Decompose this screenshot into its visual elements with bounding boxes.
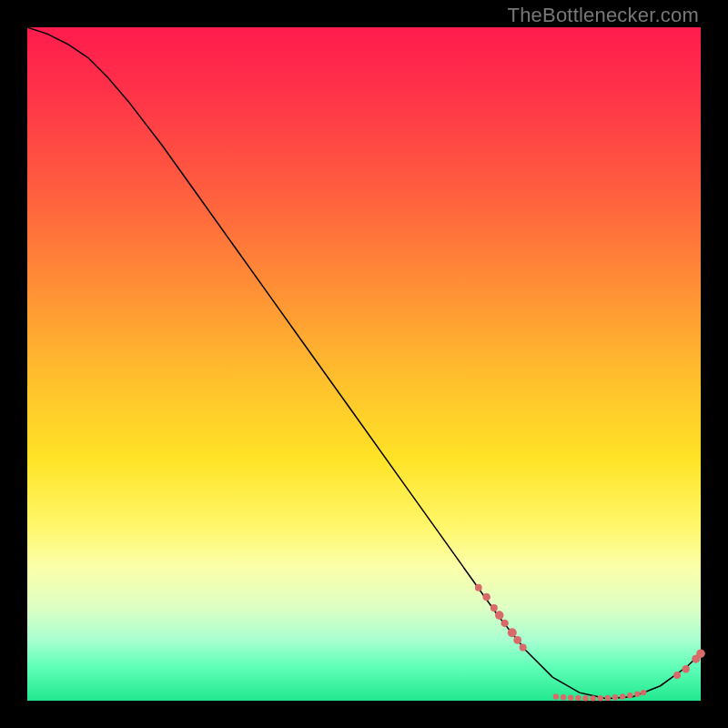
data-point (575, 695, 581, 701)
data-point (673, 672, 681, 679)
data-point (598, 695, 603, 701)
data-point (561, 694, 566, 700)
data-point (520, 644, 527, 652)
chart-overlay (27, 27, 701, 701)
data-point (605, 695, 611, 701)
data-point (568, 694, 573, 700)
data-point (696, 649, 705, 658)
data-point (634, 692, 640, 697)
data-point (553, 693, 559, 699)
data-point (482, 593, 490, 602)
data-point (582, 695, 588, 701)
data-point (475, 584, 482, 592)
data-point (495, 611, 504, 620)
data-point (641, 690, 646, 695)
data-point (490, 604, 498, 612)
scatter-points (475, 584, 705, 702)
chart-frame (27, 27, 701, 701)
data-point (612, 694, 618, 700)
data-point (500, 620, 508, 627)
data-point (682, 665, 690, 672)
data-point (513, 636, 521, 644)
watermark-text: TheBottlenecker.com (508, 4, 699, 27)
bottleneck-curve (27, 27, 701, 699)
data-point (620, 693, 625, 699)
data-point (508, 628, 517, 637)
data-point (590, 695, 595, 701)
data-point (627, 693, 632, 698)
